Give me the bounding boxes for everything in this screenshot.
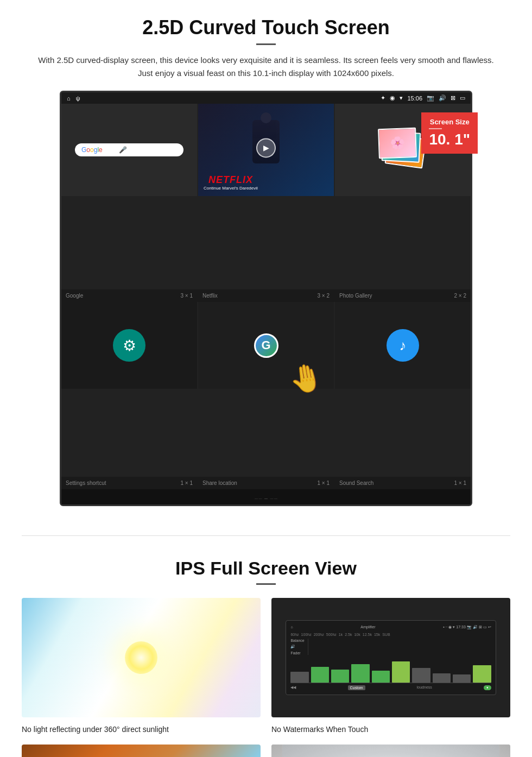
status-bar: ⌂ ψ ✦ ◉ ▾ 15:06 📷 🔊 ⊠ ▭ xyxy=(61,92,471,104)
sound-search-app-cell[interactable]: ♪ xyxy=(335,302,471,389)
netflix-app-cell[interactable]: ▶ NETFLIX Continue Marvel's Daredevil xyxy=(198,104,334,196)
settings-size: 1 × 1 xyxy=(180,480,193,486)
netflix-name: Netflix xyxy=(202,293,218,299)
feature-watermark: ⌂ Amplifier ▪ ·· ◉ ▾ 17:33 📷 🔊 ⊠ ▭ ↩ 60h… xyxy=(271,598,510,734)
features-grid: No light reflecting under 360° direct su… xyxy=(22,598,510,757)
ips-section: IPS Full Screen View No light reflecting… xyxy=(0,552,532,757)
share-location-app-cell[interactable]: G 🤚 xyxy=(198,302,334,389)
google-app-cell[interactable]: Google 🎤 xyxy=(61,104,197,196)
window-icon: ▭ xyxy=(460,94,465,102)
feature-cheetah: 🐆 Super Fast Response xyxy=(22,745,261,757)
screen-size-value: 10. 1" xyxy=(429,131,470,148)
page-indicator: — — — — — xyxy=(61,489,471,504)
status-left: ⌂ ψ xyxy=(67,95,80,102)
feature-car: Large Viewing Angle xyxy=(271,745,510,757)
amp-loudness-label: loudness xyxy=(417,685,432,690)
amp-toggle[interactable]: ● xyxy=(484,685,491,690)
sound-label: Sound Search 1 × 1 xyxy=(335,479,471,487)
netflix-subtitle: Continue Marvel's Daredevil xyxy=(204,186,258,191)
amp-bars xyxy=(290,656,491,683)
share-name: Share location xyxy=(202,480,237,486)
gallery-photo-top: 🌸 xyxy=(378,128,417,159)
volume-icon: 🔊 xyxy=(439,94,446,102)
sunlight-image xyxy=(22,598,261,717)
car-bg xyxy=(271,745,510,757)
google-maps-icon: G xyxy=(254,333,278,358)
title-divider xyxy=(256,43,276,45)
curved-title: 2.5D Curved Touch Screen xyxy=(33,16,499,39)
mic-icon[interactable]: 🎤 xyxy=(119,146,127,154)
location-icon: ◉ xyxy=(390,94,395,102)
ips-title-divider xyxy=(256,583,276,585)
amp-bar-8 xyxy=(433,673,451,683)
camera-icon: 📷 xyxy=(427,94,434,102)
amp-bar-6 xyxy=(392,661,410,683)
feature-sunlight: No light reflecting under 360° direct su… xyxy=(22,598,261,734)
watermark-label: No Watermarks When Touch xyxy=(271,725,510,734)
gallery-name: Photo Gallery xyxy=(339,293,372,299)
amp-bar-4 xyxy=(351,664,369,683)
car-image xyxy=(271,745,510,757)
amp-freq-labels: 60hz100hz200hz500hz1k2.5k10k12.5k15kSUB xyxy=(290,633,491,636)
app-grid: Google 🎤 ▶ xyxy=(61,104,471,289)
amp-title: Amplifier xyxy=(360,625,375,629)
curved-description: With 2.5D curved-display screen, this de… xyxy=(33,54,499,80)
netflix-play-button[interactable]: ▶ xyxy=(256,138,276,157)
netflix-label: Netflix 3 × 2 xyxy=(198,292,334,300)
netflix-logo: NETFLIX xyxy=(204,174,258,186)
google-search-bar[interactable]: Google 🎤 xyxy=(75,143,183,156)
netflix-size: 3 × 2 xyxy=(317,293,330,299)
settings-name: Settings shortcut xyxy=(66,480,106,486)
sound-name: Sound Search xyxy=(339,480,373,486)
sound-search-icon: ♪ xyxy=(387,329,419,362)
bluetooth-icon: ✦ xyxy=(381,94,385,102)
device-screen: ⌂ ψ ✦ ◉ ▾ 15:06 📷 🔊 ⊠ ▭ xyxy=(60,91,472,506)
section-separator xyxy=(22,535,510,536)
cheetah-image: 🐆 xyxy=(22,745,261,757)
cheetah-bg: 🐆 xyxy=(22,745,261,757)
amp-bar-2 xyxy=(311,667,329,683)
status-right: ✦ ◉ ▾ 15:06 📷 🔊 ⊠ ▭ xyxy=(381,94,465,102)
settings-app-cell[interactable]: ⚙ xyxy=(61,302,197,389)
google-size: 3 × 1 xyxy=(180,293,193,299)
google-label: Google 3 × 1 xyxy=(61,292,197,300)
google-name: Google xyxy=(66,293,83,299)
google-logo: Google xyxy=(81,146,103,154)
sound-size: 1 × 1 xyxy=(454,480,466,486)
amp-controls: Balance 🔊 Fader xyxy=(290,639,491,655)
amp-back-btn[interactable]: ◀◀ xyxy=(290,685,296,690)
sun-glow xyxy=(125,641,157,674)
ips-title: IPS Full Screen View xyxy=(22,558,510,579)
viewing-angle-svg xyxy=(271,745,510,757)
netflix-info: NETFLIX Continue Marvel's Daredevil xyxy=(204,174,258,191)
amp-custom-btn[interactable]: Custom xyxy=(348,685,365,690)
amp-bar-1 xyxy=(290,672,308,683)
gallery-label: Photo Gallery 2 × 2 xyxy=(335,292,471,300)
app-grid-row2: ⚙ G 🤚 ♪ xyxy=(61,302,471,477)
hand-touch-icon: 🤚 xyxy=(287,360,325,397)
settings-icon: ⚙ xyxy=(113,329,145,362)
device-mockup: Screen Size 10. 1" ⌂ ψ ✦ ◉ ▾ 15:06 📷 🔊 ⊠ xyxy=(60,91,472,506)
close-icon[interactable]: ⊠ xyxy=(451,94,455,102)
badge-divider xyxy=(429,128,442,129)
gallery-size: 2 × 2 xyxy=(454,293,466,299)
amp-bar-3 xyxy=(331,670,349,683)
share-label: Share location 1 × 1 xyxy=(198,479,334,487)
home-icon[interactable]: ⌂ xyxy=(67,95,71,102)
amp-footer: ◀◀ Custom loudness ● xyxy=(290,685,491,690)
sunlight-visual xyxy=(22,598,261,717)
amp-status: ▪ ·· ◉ ▾ 17:33 📷 🔊 ⊠ ▭ ↩ xyxy=(443,625,491,629)
share-size: 1 × 1 xyxy=(317,480,330,486)
time-display: 15:06 xyxy=(407,95,422,102)
amp-bar-5 xyxy=(372,671,390,683)
wifi-icon: ▾ xyxy=(400,94,403,102)
amp-bar-7 xyxy=(412,668,430,683)
screen-size-label: Screen Size xyxy=(430,118,470,126)
sunlight-label: No light reflecting under 360° direct su… xyxy=(22,725,261,734)
amp-bar-10 xyxy=(473,665,491,683)
amp-bar-9 xyxy=(453,674,471,683)
amp-header: ⌂ Amplifier ▪ ·· ◉ ▾ 17:33 📷 🔊 ⊠ ▭ ↩ xyxy=(290,625,491,629)
app-labels-row1: Google 3 × 1 Netflix 3 × 2 Photo Gallery… xyxy=(61,289,471,302)
settings-label: Settings shortcut 1 × 1 xyxy=(61,479,197,487)
watermark-image: ⌂ Amplifier ▪ ·· ◉ ▾ 17:33 📷 🔊 ⊠ ▭ ↩ 60h… xyxy=(271,598,510,717)
